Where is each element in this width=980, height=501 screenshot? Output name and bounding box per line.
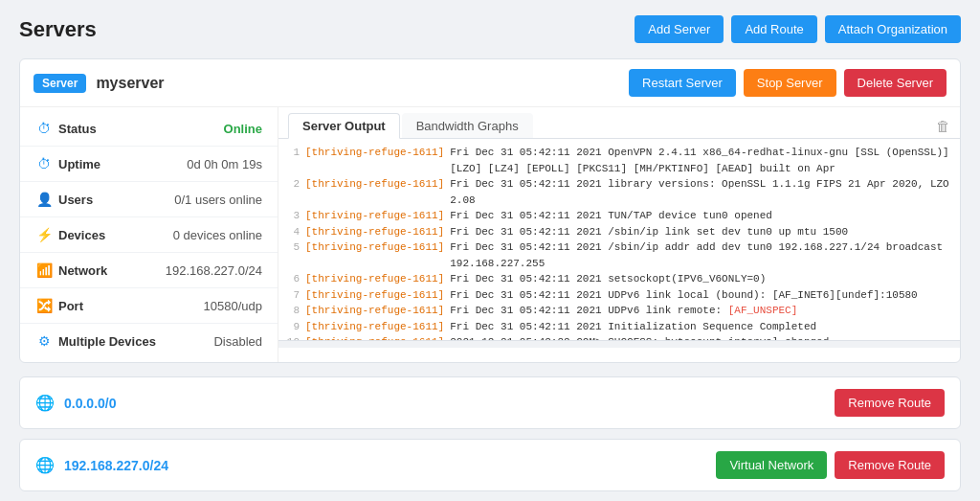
console-line-num: 7 bbox=[286, 287, 300, 304]
multidevices-label: Multiple Devices bbox=[58, 334, 208, 349]
console-line: 1[thriving-refuge-1611]Fri Dec 31 05:42:… bbox=[286, 145, 952, 176]
route-row: 🌐0.0.0.0/0Remove Route bbox=[19, 376, 961, 429]
server-action-buttons: Restart Server Stop Server Delete Server bbox=[629, 69, 947, 97]
uptime-label: Uptime bbox=[58, 157, 181, 171]
status-row: ⏱ Status Online bbox=[20, 111, 278, 147]
route-ip: 0.0.0.0/0 bbox=[64, 396, 117, 411]
console-text: Fri Dec 31 05:42:11 2021 /sbin/ip addr a… bbox=[450, 239, 952, 271]
server-badge: Server bbox=[33, 74, 86, 93]
uptime-value: 0d 0h 0m 19s bbox=[187, 157, 262, 171]
console-text: 2021-12-31 05:42:32 COM> SUCCESS: byteco… bbox=[450, 334, 829, 340]
remove-route-button[interactable]: Remove Route bbox=[835, 389, 945, 417]
console-host: [thriving-refuge-1611] bbox=[305, 224, 444, 240]
multidevices-icon: ⚙ bbox=[35, 332, 53, 350]
console-line-num: 1 bbox=[286, 145, 300, 176]
console-text: Fri Dec 31 05:42:11 2021 UDPv6 link loca… bbox=[450, 287, 917, 304]
port-label: Port bbox=[58, 299, 198, 313]
console-host: [thriving-refuge-1611] bbox=[305, 303, 444, 319]
users-value: 0/1 users online bbox=[174, 193, 262, 207]
stop-server-button[interactable]: Stop Server bbox=[744, 69, 836, 97]
port-row: 🔀 Port 10580/udp bbox=[20, 288, 278, 324]
remove-route-button[interactable]: Remove Route bbox=[835, 451, 945, 479]
status-label: Status bbox=[58, 122, 218, 136]
network-label: Network bbox=[58, 263, 160, 278]
users-row: 👤 Users 0/1 users online bbox=[20, 182, 278, 217]
console-line-num: 6 bbox=[286, 271, 300, 287]
console-scrollbar[interactable] bbox=[278, 340, 960, 348]
server-card: Server myserver Restart Server Stop Serv… bbox=[19, 58, 961, 363]
route-row-right: Virtual NetworkRemove Route bbox=[716, 451, 945, 479]
console-text: Fri Dec 31 05:42:11 2021 UDPv6 link remo… bbox=[450, 303, 797, 319]
multidevices-row: ⚙ Multiple Devices Disabled bbox=[20, 324, 278, 358]
output-tab-group: Server Output Bandwidth Graphs bbox=[288, 113, 535, 138]
tab-bandwidth-graphs[interactable]: Bandwidth Graphs bbox=[402, 113, 533, 138]
network-value: 192.168.227.0/24 bbox=[166, 263, 262, 278]
server-info-panel: ⏱ Status Online ⏱ Uptime 0d 0h 0m 19s 👤 … bbox=[20, 107, 278, 362]
multidevices-value: Disabled bbox=[213, 334, 262, 349]
add-route-button[interactable]: Add Route bbox=[731, 15, 816, 43]
devices-value: 0 devices online bbox=[173, 228, 262, 242]
tab-server-output[interactable]: Server Output bbox=[288, 113, 400, 139]
console-line: 7[thriving-refuge-1611]Fri Dec 31 05:42:… bbox=[286, 287, 952, 304]
output-console: 1[thriving-refuge-1611]Fri Dec 31 05:42:… bbox=[278, 139, 960, 340]
header-buttons: Add Server Add Route Attach Organization bbox=[635, 15, 961, 43]
output-tabs: Server Output Bandwidth Graphs 🗑 bbox=[278, 107, 960, 139]
restart-server-button[interactable]: Restart Server bbox=[629, 69, 736, 97]
status-value: Online bbox=[224, 122, 262, 136]
route-row: 🌐192.168.227.0/24Virtual NetworkRemove R… bbox=[19, 439, 961, 491]
server-label-group: Server myserver bbox=[33, 74, 165, 93]
console-text: Fri Dec 31 05:42:11 2021 Initialization … bbox=[450, 319, 816, 335]
route-globe-icon: 🌐 bbox=[35, 456, 55, 474]
virtual-network-button[interactable]: Virtual Network bbox=[716, 451, 827, 479]
server-card-header: Server myserver Restart Server Stop Serv… bbox=[20, 59, 960, 107]
console-line-num: 8 bbox=[286, 303, 300, 319]
status-icon: ⏱ bbox=[35, 120, 53, 137]
users-label: Users bbox=[58, 193, 168, 207]
console-host: [thriving-refuge-1611] bbox=[305, 287, 444, 304]
users-icon: 👤 bbox=[35, 191, 53, 208]
console-host: [thriving-refuge-1611] bbox=[305, 271, 444, 287]
attach-org-button[interactable]: Attach Organization bbox=[825, 15, 961, 43]
delete-server-button[interactable]: Delete Server bbox=[844, 69, 947, 97]
console-line: 3[thriving-refuge-1611]Fri Dec 31 05:42:… bbox=[286, 208, 952, 224]
console-line-num: 4 bbox=[286, 224, 300, 240]
console-line-num: 3 bbox=[286, 208, 300, 224]
devices-icon: ⚡ bbox=[35, 226, 53, 243]
route-row-left: 🌐0.0.0.0/0 bbox=[35, 394, 117, 412]
network-icon: 📶 bbox=[35, 262, 53, 279]
server-card-body: ⏱ Status Online ⏱ Uptime 0d 0h 0m 19s 👤 … bbox=[20, 107, 960, 362]
port-value: 10580/udp bbox=[204, 299, 262, 313]
console-line: 2[thriving-refuge-1611]Fri Dec 31 05:42:… bbox=[286, 176, 952, 208]
console-host: [thriving-refuge-1611] bbox=[305, 176, 444, 208]
port-icon: 🔀 bbox=[35, 297, 53, 314]
page-header: Servers Add Server Add Route Attach Orga… bbox=[19, 15, 961, 43]
delete-output-icon[interactable]: 🗑 bbox=[936, 118, 950, 134]
add-server-button[interactable]: Add Server bbox=[635, 15, 724, 43]
route-ip: 192.168.227.0/24 bbox=[64, 458, 168, 473]
console-line: 4[thriving-refuge-1611]Fri Dec 31 05:42:… bbox=[286, 224, 952, 240]
server-name: myserver bbox=[96, 75, 164, 92]
uptime-row: ⏱ Uptime 0d 0h 0m 19s bbox=[20, 147, 278, 182]
console-host: [thriving-refuge-1611] bbox=[305, 145, 444, 176]
uptime-icon: ⏱ bbox=[35, 155, 53, 172]
page-title: Servers bbox=[19, 17, 97, 42]
console-line-num: 5 bbox=[286, 239, 300, 271]
route-row-right: Remove Route bbox=[835, 389, 945, 417]
console-text: Fri Dec 31 05:42:11 2021 TUN/TAP device … bbox=[450, 208, 772, 224]
console-text: Fri Dec 31 05:42:11 2021 /sbin/ip link s… bbox=[450, 224, 848, 240]
console-text: Fri Dec 31 05:42:11 2021 setsockopt(IPV6… bbox=[450, 271, 766, 287]
console-text: Fri Dec 31 05:42:11 2021 OpenVPN 2.4.11 … bbox=[450, 145, 952, 176]
console-host: [thriving-refuge-1611] bbox=[305, 319, 444, 335]
console-host: [thriving-refuge-1611] bbox=[305, 334, 444, 340]
console-line: 5[thriving-refuge-1611]Fri Dec 31 05:42:… bbox=[286, 239, 952, 271]
devices-label: Devices bbox=[58, 228, 167, 242]
console-host: [thriving-refuge-1611] bbox=[305, 208, 444, 224]
route-row-left: 🌐192.168.227.0/24 bbox=[35, 456, 168, 474]
console-line: 9[thriving-refuge-1611]Fri Dec 31 05:42:… bbox=[286, 319, 952, 335]
route-globe-icon: 🌐 bbox=[35, 394, 55, 412]
network-row: 📶 Network 192.168.227.0/24 bbox=[20, 253, 278, 288]
console-line-num: 10 bbox=[286, 334, 300, 340]
console-line: 8[thriving-refuge-1611]Fri Dec 31 05:42:… bbox=[286, 303, 952, 319]
console-line: 6[thriving-refuge-1611]Fri Dec 31 05:42:… bbox=[286, 271, 952, 287]
console-host: [thriving-refuge-1611] bbox=[305, 239, 444, 271]
